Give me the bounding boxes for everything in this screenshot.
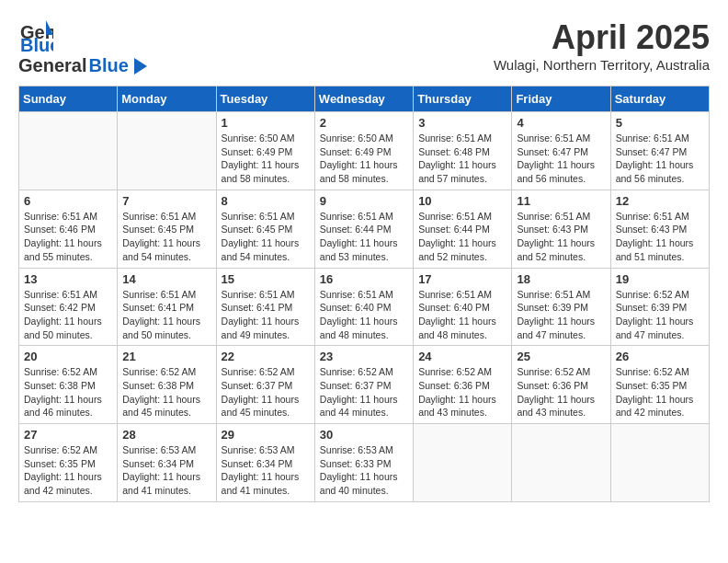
day-number: 24 [418, 350, 506, 363]
day-number: 15 [222, 272, 310, 286]
day-detail: Sunrise: 6:53 AMSunset: 6:34 PMDaylight:… [222, 443, 310, 498]
day-detail: Sunrise: 6:50 AMSunset: 6:49 PMDaylight:… [222, 132, 310, 186]
day-detail: Sunrise: 6:51 AMSunset: 6:44 PMDaylight:… [320, 210, 408, 264]
calendar-cell: 25Sunrise: 6:52 AMSunset: 6:36 PMDayligh… [512, 346, 610, 424]
calendar-cell: 7Sunrise: 6:51 AMSunset: 6:45 PMDaylight… [118, 190, 216, 268]
day-number: 14 [122, 272, 210, 286]
day-detail: Sunrise: 6:51 AMSunset: 6:47 PMDaylight:… [517, 132, 605, 186]
day-detail: Sunrise: 6:52 AMSunset: 6:36 PMDaylight:… [517, 365, 605, 419]
day-number: 3 [418, 116, 506, 130]
day-number: 25 [517, 350, 605, 363]
calendar-cell: 13Sunrise: 6:51 AMSunset: 6:42 PMDayligh… [19, 268, 118, 346]
title-block: April 2025 Wulagi, Northern Territory, A… [494, 18, 710, 73]
calendar-cell: 2Sunrise: 6:50 AMSunset: 6:49 PMDaylight… [314, 112, 413, 190]
day-number: 8 [222, 194, 310, 208]
day-detail: Sunrise: 6:51 AMSunset: 6:39 PMDaylight:… [517, 288, 605, 342]
day-number: 21 [122, 350, 210, 363]
day-detail: Sunrise: 6:50 AMSunset: 6:49 PMDaylight:… [320, 132, 408, 186]
day-detail: Sunrise: 6:52 AMSunset: 6:39 PMDaylight:… [616, 288, 704, 342]
month-title: April 2025 [494, 18, 710, 57]
day-number: 2 [320, 116, 408, 130]
day-number: 18 [517, 272, 605, 286]
calendar-cell: 20Sunrise: 6:52 AMSunset: 6:38 PMDayligh… [19, 346, 118, 424]
weekday-header-sunday: Sunday [19, 86, 118, 112]
day-detail: Sunrise: 6:51 AMSunset: 6:43 PMDaylight:… [517, 210, 605, 264]
day-detail: Sunrise: 6:52 AMSunset: 6:38 PMDaylight:… [122, 365, 210, 419]
calendar-week-3: 20Sunrise: 6:52 AMSunset: 6:38 PMDayligh… [19, 346, 710, 424]
day-detail: Sunrise: 6:51 AMSunset: 6:43 PMDaylight:… [616, 210, 704, 264]
day-detail: Sunrise: 6:52 AMSunset: 6:38 PMDaylight:… [24, 365, 112, 419]
calendar-cell: 28Sunrise: 6:53 AMSunset: 6:34 PMDayligh… [118, 424, 216, 502]
day-detail: Sunrise: 6:51 AMSunset: 6:41 PMDaylight:… [122, 288, 210, 342]
calendar-cell: 15Sunrise: 6:51 AMSunset: 6:41 PMDayligh… [216, 268, 314, 346]
weekday-header-monday: Monday [118, 86, 216, 112]
calendar-cell: 9Sunrise: 6:51 AMSunset: 6:44 PMDaylight… [314, 190, 413, 268]
calendar-cell: 21Sunrise: 6:52 AMSunset: 6:38 PMDayligh… [118, 346, 216, 424]
day-detail: Sunrise: 6:51 AMSunset: 6:45 PMDaylight:… [122, 210, 210, 264]
day-detail: Sunrise: 6:51 AMSunset: 6:48 PMDaylight:… [418, 132, 506, 186]
day-number: 6 [24, 194, 112, 208]
calendar-week-1: 6Sunrise: 6:51 AMSunset: 6:46 PMDaylight… [19, 190, 710, 268]
calendar-cell: 18Sunrise: 6:51 AMSunset: 6:39 PMDayligh… [512, 268, 610, 346]
calendar-cell [118, 112, 216, 190]
day-number: 28 [122, 428, 210, 442]
day-number: 12 [616, 194, 704, 208]
weekday-header-thursday: Thursday [414, 86, 512, 112]
day-detail: Sunrise: 6:51 AMSunset: 6:41 PMDaylight:… [222, 288, 310, 342]
calendar-cell: 14Sunrise: 6:51 AMSunset: 6:41 PMDayligh… [118, 268, 216, 346]
day-detail: Sunrise: 6:53 AMSunset: 6:34 PMDaylight:… [122, 443, 210, 498]
svg-text:Blue: Blue [20, 35, 53, 53]
weekday-header-wednesday: Wednesday [314, 86, 413, 112]
logo-blue: Blue [88, 55, 128, 76]
page-header: General Blue General Blue April 2025 Wul… [18, 18, 710, 76]
day-number: 7 [122, 194, 210, 208]
calendar-cell: 8Sunrise: 6:51 AMSunset: 6:45 PMDaylight… [216, 190, 314, 268]
calendar-table: SundayMondayTuesdayWednesdayThursdayFrid… [18, 86, 710, 502]
day-detail: Sunrise: 6:51 AMSunset: 6:45 PMDaylight:… [222, 210, 310, 264]
calendar-cell [512, 424, 610, 502]
day-number: 13 [24, 272, 112, 286]
day-number: 9 [320, 194, 408, 208]
day-number: 23 [320, 350, 408, 363]
day-detail: Sunrise: 6:52 AMSunset: 6:37 PMDaylight:… [320, 365, 408, 419]
calendar-cell: 23Sunrise: 6:52 AMSunset: 6:37 PMDayligh… [314, 346, 413, 424]
logo-general: General [18, 55, 86, 76]
day-detail: Sunrise: 6:51 AMSunset: 6:44 PMDaylight:… [418, 210, 506, 264]
svg-marker-3 [134, 58, 147, 75]
day-detail: Sunrise: 6:53 AMSunset: 6:33 PMDaylight:… [320, 443, 408, 498]
day-detail: Sunrise: 6:51 AMSunset: 6:46 PMDaylight:… [24, 210, 112, 264]
weekday-header-saturday: Saturday [610, 86, 709, 112]
calendar-cell [19, 112, 118, 190]
day-number: 1 [222, 116, 310, 130]
logo-icon: General Blue [18, 18, 53, 53]
day-number: 26 [616, 350, 704, 363]
calendar-cell: 10Sunrise: 6:51 AMSunset: 6:44 PMDayligh… [414, 190, 512, 268]
calendar-cell: 30Sunrise: 6:53 AMSunset: 6:33 PMDayligh… [314, 424, 413, 502]
calendar-cell: 1Sunrise: 6:50 AMSunset: 6:49 PMDaylight… [216, 112, 314, 190]
day-detail: Sunrise: 6:52 AMSunset: 6:37 PMDaylight:… [222, 365, 310, 419]
day-detail: Sunrise: 6:51 AMSunset: 6:40 PMDaylight:… [320, 288, 408, 342]
calendar-cell: 16Sunrise: 6:51 AMSunset: 6:40 PMDayligh… [314, 268, 413, 346]
logo-arrow-icon [131, 58, 147, 75]
calendar-week-0: 1Sunrise: 6:50 AMSunset: 6:49 PMDaylight… [19, 112, 710, 190]
calendar-cell: 27Sunrise: 6:52 AMSunset: 6:35 PMDayligh… [19, 424, 118, 502]
calendar-cell [610, 424, 709, 502]
weekday-header-row: SundayMondayTuesdayWednesdayThursdayFrid… [19, 86, 710, 112]
calendar-cell: 5Sunrise: 6:51 AMSunset: 6:47 PMDaylight… [610, 112, 709, 190]
calendar-cell: 3Sunrise: 6:51 AMSunset: 6:48 PMDaylight… [414, 112, 512, 190]
calendar-cell: 24Sunrise: 6:52 AMSunset: 6:36 PMDayligh… [414, 346, 512, 424]
location-title: Wulagi, Northern Territory, Australia [494, 57, 710, 73]
calendar-body: 1Sunrise: 6:50 AMSunset: 6:49 PMDaylight… [19, 112, 710, 502]
day-number: 11 [517, 194, 605, 208]
day-number: 4 [517, 116, 605, 130]
calendar-week-4: 27Sunrise: 6:52 AMSunset: 6:35 PMDayligh… [19, 424, 710, 502]
weekday-header-friday: Friday [512, 86, 610, 112]
calendar-cell: 4Sunrise: 6:51 AMSunset: 6:47 PMDaylight… [512, 112, 610, 190]
day-number: 29 [222, 428, 310, 442]
calendar-cell: 12Sunrise: 6:51 AMSunset: 6:43 PMDayligh… [610, 190, 709, 268]
day-detail: Sunrise: 6:52 AMSunset: 6:35 PMDaylight:… [616, 365, 704, 419]
day-number: 19 [616, 272, 704, 286]
calendar-cell: 26Sunrise: 6:52 AMSunset: 6:35 PMDayligh… [610, 346, 709, 424]
day-detail: Sunrise: 6:51 AMSunset: 6:42 PMDaylight:… [24, 288, 112, 342]
calendar-cell [414, 424, 512, 502]
